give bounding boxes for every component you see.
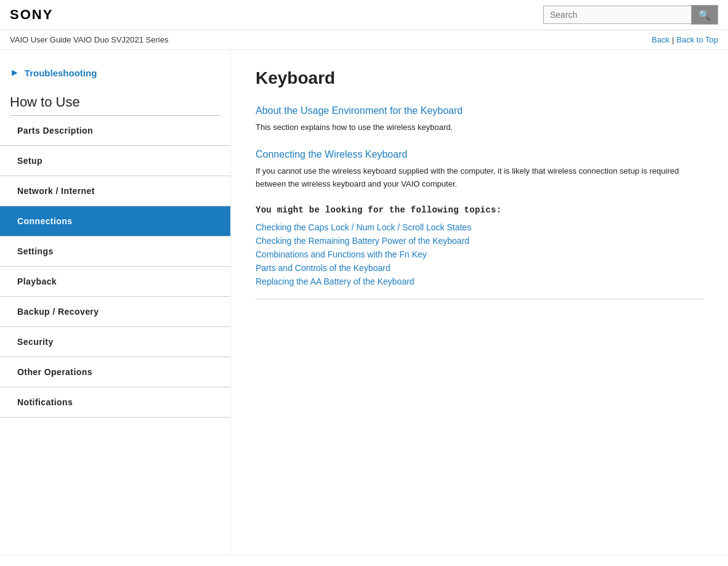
sidebar-item-backup-recovery[interactable]: Backup / Recovery [0,297,230,327]
section2-title-link[interactable]: Connecting the Wireless Keyboard [256,149,703,160]
sidebar-item-security[interactable]: Security [0,327,230,357]
search-input[interactable] [543,6,691,24]
troubleshooting-label: Troubleshooting [25,68,97,78]
back-link[interactable]: Back [652,35,669,44]
sidebar-item-network-internet[interactable]: Network / Internet [0,176,230,206]
sony-logo: SONY [10,7,53,23]
section2-description: If you cannot use the wireless keyboard … [256,165,703,191]
topic-link-2[interactable]: Combinations and Functions with the Fn K… [256,249,703,259]
sidebar-item-setup[interactable]: Setup [0,146,230,176]
chevron-right-icon: ► [10,67,20,78]
sidebar-item-notifications[interactable]: Notifications [0,387,230,418]
topic-link-0[interactable]: Checking the Caps Lock / Num Lock / Scro… [256,222,703,232]
sidebar-item-other-operations[interactable]: Other Operations [0,357,230,387]
search-button[interactable]: 🔍 [691,5,718,25]
sidebar-item-settings[interactable]: Settings [0,237,230,267]
footer: © 2012 Sony Corporation [0,555,728,566]
back-to-top-link[interactable]: Back to Top [676,35,718,44]
you-might-label: You might be looking for the following t… [256,205,703,215]
section1-title-link[interactable]: About the Usage Environment for the Keyb… [256,105,703,116]
search-icon: 🔍 [698,9,711,21]
topic-link-3[interactable]: Parts and Controls of the Keyboard [256,263,703,273]
sidebar-item-playback[interactable]: Playback [0,267,230,297]
breadcrumb-title: VAIO User Guide VAIO Duo SVJ2021 Series [10,35,168,44]
sidebar-item-connections[interactable]: Connections [0,206,230,237]
topic-link-1[interactable]: Checking the Remaining Battery Power of … [256,236,703,246]
sidebar: ► Troubleshooting How to Use Parts Descr… [0,50,231,555]
main-layout: ► Troubleshooting How to Use Parts Descr… [0,50,728,555]
topic-link-4[interactable]: Replacing the AA Battery of the Keyboard [256,277,703,286]
nav-links: Back | Back to Top [652,35,718,44]
page-title: Keyboard [256,68,703,88]
sidebar-item-parts-description[interactable]: Parts Description [0,116,230,146]
breadcrumb-bar: VAIO User Guide VAIO Duo SVJ2021 Series … [0,30,728,50]
section1-description: This section explains how to use the wir… [256,121,703,134]
header: SONY 🔍 [0,0,728,30]
search-area: 🔍 [543,5,718,25]
topics-divider [256,299,703,299]
logo-area: SONY [10,7,53,23]
nav-separator: | [672,35,674,44]
content-area: Keyboard About the Usage Environment for… [231,50,728,555]
troubleshooting-link[interactable]: ► Troubleshooting [0,62,230,88]
how-to-use-label: How to Use [0,88,230,115]
